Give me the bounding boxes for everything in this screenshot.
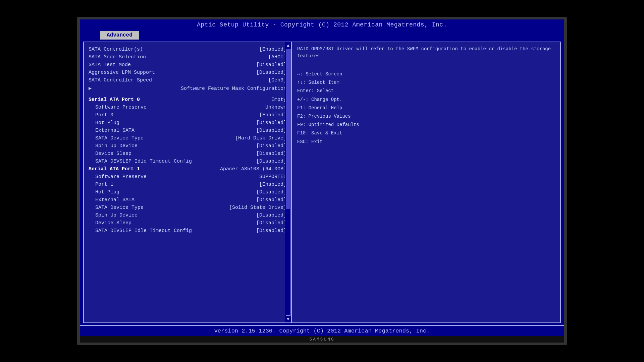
menu-label: SATA Mode Selection: [89, 54, 146, 60]
menu-value: [Disabled]: [256, 151, 286, 157]
menu-label: Software Feature Mask Configuration: [181, 86, 286, 92]
menu-label: Device Sleep: [89, 151, 131, 157]
menu-label: SATA Controller(s): [89, 47, 143, 52]
menu-row[interactable]: Software PreserveSUPPORTED: [89, 173, 286, 181]
menu-value: [Solid State Drive]: [229, 205, 286, 210]
menu-row[interactable]: Port 0[Enabled]: [89, 111, 286, 119]
menu-value: [AHCI]: [268, 54, 286, 60]
menu-value: [Disabled]: [256, 213, 286, 218]
divider: [297, 66, 555, 66]
key-help-item: F9: Optimized Defaults: [297, 121, 555, 129]
menu-label: Software Preserve: [89, 105, 147, 110]
help-description: RAID OROM/RST driver will refer to the S…: [297, 46, 555, 60]
menu-label: Software Preserve: [89, 174, 147, 180]
menu-row[interactable]: Serial ATA Port 1Apacer AS510S (64.0GB): [89, 165, 286, 173]
scroll-up-arrow[interactable]: ▲: [287, 43, 289, 48]
menu-label: SATA Controller Speed: [89, 77, 152, 83]
menu-label: Spin Up Device: [89, 213, 138, 218]
menu-label: Serial ATA Port 0: [89, 97, 140, 103]
key-help-list: ↔: Select Screen↑↓: Select ItemEnter: Se…: [297, 70, 555, 146]
menu-value: [Enabled]: [259, 182, 286, 187]
menu-label: SATA Test Mode: [89, 62, 131, 68]
menu-value: [Enabled]: [259, 112, 286, 118]
footer: Version 2.15.1236. Copyright (C) 2012 Am…: [80, 325, 564, 336]
menu-value: [Disabled]: [256, 189, 286, 195]
menu-row[interactable]: Hot Plug[Disabled]: [89, 188, 286, 196]
menu-row[interactable]: Serial ATA Port 0Empty: [89, 96, 286, 104]
header-title: Aptio Setup Utility - Copyright (C) 2012…: [80, 19, 564, 28]
menu-row[interactable]: Device Sleep[Disabled]: [89, 219, 286, 227]
menu-row[interactable]: SATA Controller Speed[Gen3]: [89, 76, 286, 84]
menu-label: External SATA: [89, 128, 135, 133]
menu-value: [Disabled]: [256, 220, 286, 226]
menu-row[interactable]: SATA Mode Selection[AHCI]: [89, 53, 286, 61]
scroll-down-arrow[interactable]: ▼: [287, 316, 289, 322]
menu-value: [Disabled]: [256, 228, 286, 234]
tab-advanced[interactable]: Advanced: [100, 31, 139, 40]
menu-row[interactable]: SATA DEVSLEP Idle Timeout Config[Disable…: [89, 158, 286, 165]
key-help-item: ↔: Select Screen: [297, 70, 555, 78]
menu-value: Apacer AS510S (64.0GB): [220, 166, 286, 172]
key-help-item: F10: Save & Exit: [297, 129, 555, 137]
menu-label: Device Sleep: [89, 220, 131, 226]
menu-row[interactable]: SATA Test Mode[Disabled]: [89, 61, 286, 69]
menu-label: SATA DEVSLEP Idle Timeout Config: [89, 228, 192, 234]
menu-value: [Disabled]: [256, 159, 286, 164]
menu-row[interactable]: Port 1[Enabled]: [89, 181, 286, 188]
menu-label: SATA DEVSLEP Idle Timeout Config: [89, 159, 192, 164]
menu-value: [Enabled]: [259, 47, 286, 52]
key-help-item: F1: General Help: [297, 104, 555, 112]
menu-label: Hot Plug: [89, 120, 119, 126]
menu-row[interactable]: ▶ Software Feature Mask Configuration: [89, 84, 286, 93]
menu-panel: SATA Controller(s)[Enabled]SATA Mode Sel…: [84, 42, 292, 322]
menu-row[interactable]: Hot Plug[Disabled]: [89, 119, 286, 127]
menu-row[interactable]: SATA Device Type[Hard Disk Drive]: [89, 134, 286, 142]
menu-label: SATA Device Type: [89, 205, 144, 210]
menu-value: SUPPORTED: [259, 174, 286, 180]
menu-row[interactable]: Aggressive LPM Support[Disabled]: [89, 69, 286, 76]
menu-value: [Disabled]: [256, 70, 286, 75]
menu-row[interactable]: SATA DEVSLEP Idle Timeout Config[Disable…: [89, 227, 286, 235]
menu-row[interactable]: Spin Up Device[Disabled]: [89, 142, 286, 150]
menu-label: Hot Plug: [89, 189, 119, 195]
menu-value: [Disabled]: [256, 62, 286, 68]
menu-value: [Disabled]: [256, 120, 286, 126]
menu-value: [Disabled]: [256, 143, 286, 149]
key-help-item: ↑↓: Select Item: [297, 78, 555, 87]
menu-label: Serial ATA Port 1: [89, 166, 140, 172]
key-help-item: Enter: Select: [297, 87, 555, 95]
menu-value: [Disabled]: [256, 197, 286, 203]
menu-value: Empty: [271, 97, 286, 103]
key-help-item: ESC: Exit: [297, 138, 555, 146]
menu-row[interactable]: SATA Device Type[Solid State Drive]: [89, 204, 286, 212]
menu-label: Aggressive LPM Support: [89, 70, 155, 75]
menu-row[interactable]: Spin Up Device[Disabled]: [89, 212, 286, 219]
menu-label: Port 0: [89, 112, 113, 118]
menu-value: [Disabled]: [256, 128, 286, 133]
scroll-thumb: [286, 49, 290, 209]
menu-row[interactable]: External SATA[Disabled]: [89, 127, 286, 134]
help-panel: RAID OROM/RST driver will refer to the S…: [292, 42, 560, 322]
menu-value: [Hard Disk Drive]: [235, 135, 286, 141]
key-help-item: +/-: Change Opt.: [297, 96, 555, 104]
menu-label: Port 1: [89, 182, 113, 187]
menu-label: External SATA: [89, 197, 135, 203]
menu-row[interactable]: Device Sleep[Disabled]: [89, 150, 286, 158]
scrollbar[interactable]: ▲ ▼: [285, 42, 291, 322]
menu-row[interactable]: External SATA[Disabled]: [89, 196, 286, 204]
scroll-track: [286, 49, 290, 316]
menu-label: SATA Device Type: [89, 135, 144, 141]
brand-label: SAMSUNG: [80, 336, 564, 343]
menu-value: [Gen3]: [268, 77, 286, 83]
menu-row[interactable]: SATA Controller(s)[Enabled]: [89, 46, 286, 53]
key-help-item: F2: Previous Values: [297, 112, 555, 121]
menu-row[interactable]: Software PreserveUnknown: [89, 104, 286, 111]
menu-label: Spin Up Device: [89, 143, 138, 149]
submenu-arrow-icon: ▶: [89, 85, 92, 92]
menu-value: Unknown: [265, 105, 286, 110]
